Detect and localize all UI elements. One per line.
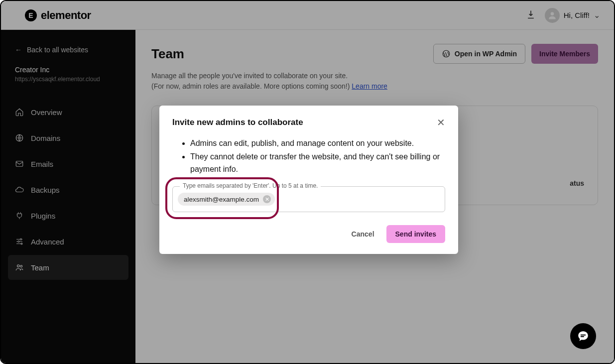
remove-chip-icon[interactable]: ✕ [263,195,271,203]
user-menu[interactable]: Hi, Cliff! ⌄ [545,8,600,23]
sidebar-item-label: Emails [31,160,53,168]
users-icon [15,263,24,272]
modal-bullet-2: They cannot delete or transfer the websi… [190,151,445,176]
back-link[interactable]: ← Back to all websites [8,42,128,66]
brand-text: elementor [41,9,91,22]
topbar: E elementor Hi, Cliff! ⌄ [1,1,614,30]
sidebar-item-domains[interactable]: Domains [8,125,128,150]
sidebar-item-label: Backups [31,186,60,194]
avatar-icon [545,8,560,23]
site-name: Creator Inc [15,66,122,74]
wordpress-icon [442,49,451,58]
elementor-mark-icon: E [25,9,37,21]
sidebar-item-label: Plugins [31,212,55,220]
sidebar-item-team[interactable]: Team [8,255,128,280]
page-title: Team [151,46,184,62]
sidebar-item-emails[interactable]: Emails [8,151,128,176]
arrow-left-icon: ← [15,46,22,54]
close-icon[interactable]: ✕ [437,117,445,128]
subtitle-line1: Manage all the people you've invited to … [151,72,348,80]
chevron-down-icon: ⌄ [594,10,600,20]
invite-modal: Invite new admins to collaborate ✕ Admin… [159,106,458,254]
modal-info-list: Admins can edit, publish, and manage con… [172,137,445,175]
globe-icon [15,133,24,142]
header-actions: Open in WP Admin Invite Members [433,44,598,64]
greeting-text: Hi, Cliff! [564,11,590,19]
site-info[interactable]: Creator Inc https://yscsaqkf.elementor.c… [8,66,128,95]
mail-icon [15,159,24,168]
email-chip[interactable]: alexsmith@example.com ✕ [178,193,275,206]
chat-fab[interactable] [570,323,596,349]
open-wp-admin-label: Open in WP Admin [455,50,517,58]
svg-point-7 [20,265,22,267]
download-icon[interactable] [526,9,536,21]
sliders-icon [15,237,24,246]
invite-members-button[interactable]: Invite Members [531,44,598,64]
svg-point-4 [18,241,19,243]
modal-header: Invite new admins to collaborate ✕ [172,117,445,128]
sidebar-item-label: Domains [31,134,60,142]
page-subtitle: Manage all the people you've invited to … [151,71,598,92]
invite-members-label: Invite Members [539,50,590,58]
sidebar-item-backups[interactable]: Backups [8,177,128,202]
sidebar-item-label: Team [31,263,49,272]
site-url: https://yscsaqkf.elementor.cloud [15,76,122,83]
email-input-field[interactable]: Type emails separated by 'Enter'. Up to … [172,186,445,212]
brand-logo[interactable]: E elementor [25,9,91,22]
learn-more-link[interactable]: Learn more [352,82,387,90]
sidebar-item-label: Advanced [31,238,64,246]
page-header: Team Open in WP Admin Invite Members [151,44,598,64]
table-col-status: atus [570,179,584,187]
back-label: Back to all websites [27,46,88,54]
cancel-button[interactable]: Cancel [346,225,380,243]
plug-icon [15,211,24,220]
sidebar: ← Back to all websites Creator Inc https… [1,30,135,363]
chat-icon [577,330,590,343]
svg-point-0 [550,12,554,15]
open-wp-admin-button[interactable]: Open in WP Admin [433,44,525,64]
svg-rect-2 [16,161,23,167]
subtitle-line2: (For now, admin roles are available. Mor… [151,82,352,90]
sidebar-item-plugins[interactable]: Plugins [8,203,128,228]
sidebar-nav: Overview Domains Emails Backups Plugins … [8,100,128,280]
modal-actions: Cancel Send invites [172,225,445,243]
cloud-icon [15,185,24,194]
send-invites-button[interactable]: Send invites [386,225,445,243]
svg-point-3 [20,239,22,240]
modal-title: Invite new admins to collaborate [172,118,303,127]
email-field-label: Type emails separated by 'Enter'. Up to … [180,182,321,189]
sidebar-item-advanced[interactable]: Advanced [8,229,128,254]
home-icon [15,108,24,117]
modal-bullet-1: Admins can edit, publish, and manage con… [190,137,445,150]
svg-point-6 [17,265,20,267]
sidebar-item-label: Overview [31,108,62,117]
email-chip-text: alexsmith@example.com [184,196,259,203]
sidebar-item-overview[interactable]: Overview [8,100,128,124]
topbar-right: Hi, Cliff! ⌄ [526,8,600,23]
